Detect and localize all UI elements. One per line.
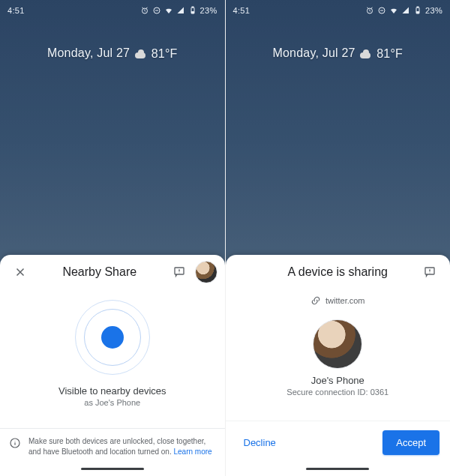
link-icon <box>310 295 321 306</box>
sheet-body: Visible to nearby devices as Joe's Phone <box>0 289 225 428</box>
learn-more-link[interactable]: Learn more <box>173 448 212 456</box>
dnd-icon <box>152 6 161 15</box>
visibility-text: Visible to nearby devices <box>58 385 166 397</box>
sheet-title: Nearby Share <box>33 265 166 279</box>
wifi-icon <box>389 6 398 15</box>
home-temp: 81°F <box>152 47 178 61</box>
gesture-nav-bar[interactable] <box>226 464 451 476</box>
svg-rect-11 <box>417 12 419 13</box>
wifi-icon <box>164 6 173 15</box>
info-bar: Make sure both devices are unlocked, clo… <box>0 428 225 464</box>
battery-icon <box>413 6 422 15</box>
svg-rect-3 <box>192 7 194 7</box>
signal-icon <box>401 6 410 15</box>
status-time: 4:51 <box>8 6 25 15</box>
sheet-header: Nearby Share <box>0 255 225 289</box>
home-date-widget: Monday, Jul 27 81°F <box>0 46 225 61</box>
home-date: Monday, Jul 27 <box>47 46 130 59</box>
sheet-header: A device is sharing <box>226 255 451 289</box>
status-time: 4:51 <box>233 6 250 15</box>
feedback-button[interactable] <box>166 259 192 285</box>
action-row: Decline Accept <box>226 421 451 464</box>
svg-rect-10 <box>417 7 418 7</box>
secure-connection-id: Secure connection ID: 0361 <box>286 388 388 397</box>
status-battery-pct: 23% <box>200 6 218 15</box>
dnd-icon <box>377 6 386 15</box>
phone-left: 4:51 23% Monday, Jul 27 81°F N <box>0 0 225 476</box>
close-button[interactable] <box>8 259 33 285</box>
info-text-wrap: Make sure both devices are unlocked, clo… <box>28 436 216 457</box>
home-temp: 81°F <box>376 47 403 61</box>
svg-rect-4 <box>191 12 194 13</box>
signal-icon <box>176 6 185 15</box>
incoming-share-sheet: A device is sharing twitter.com Joe's Ph… <box>226 255 451 476</box>
status-battery-pct: 23% <box>425 6 442 15</box>
alarm-icon <box>365 6 374 15</box>
shared-link-row: twitter.com <box>310 295 365 306</box>
shared-link-host: twitter.com <box>326 296 365 305</box>
info-icon <box>9 437 21 449</box>
phone-right: 4:51 23% Monday, Jul 27 81°F A device is… <box>225 0 451 476</box>
accept-button[interactable]: Accept <box>382 430 440 455</box>
sheet-body: twitter.com Joe's Phone Secure connectio… <box>226 289 451 421</box>
cloud-icon <box>134 49 147 58</box>
sender-name: Joe's Phone <box>311 375 364 386</box>
decline-button[interactable]: Decline <box>236 431 284 454</box>
battery-icon <box>188 6 197 15</box>
home-date: Monday, Jul 27 <box>272 46 355 59</box>
sender-avatar <box>313 319 362 369</box>
account-avatar[interactable] <box>195 261 218 283</box>
nearby-share-sheet: Nearby Share Visible to nearby devices a… <box>0 255 225 476</box>
status-right: 23% <box>140 6 218 15</box>
status-bar: 4:51 23% <box>0 0 225 19</box>
status-bar: 4:51 23% <box>226 0 451 19</box>
alarm-icon <box>140 6 149 15</box>
gesture-nav-bar[interactable] <box>0 464 225 476</box>
cloud-icon <box>358 49 372 58</box>
two-phones: 4:51 23% Monday, Jul 27 81°F N <box>0 0 450 476</box>
status-right: 23% <box>365 6 442 15</box>
visibility-subtext: as Joe's Phone <box>84 398 140 407</box>
feedback-button[interactable] <box>417 259 442 285</box>
home-date-widget: Monday, Jul 27 81°F <box>226 46 451 61</box>
scanning-indicator <box>75 300 150 375</box>
sheet-title: A device is sharing <box>259 265 418 279</box>
